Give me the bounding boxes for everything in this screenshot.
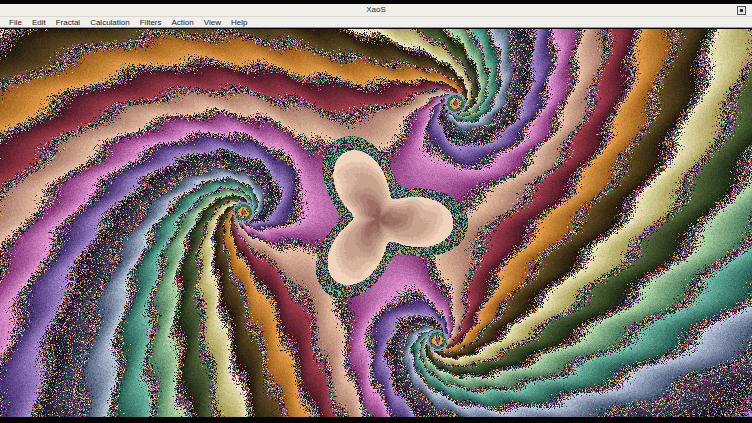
menu-fractal[interactable]: Fractal <box>51 17 85 28</box>
menu-view[interactable]: View <box>199 17 226 28</box>
menu-file[interactable]: File <box>4 17 27 28</box>
menu-action[interactable]: Action <box>167 17 199 28</box>
menu-calculation[interactable]: Calculation <box>85 17 135 28</box>
title-bar: XaoS <box>0 4 752 16</box>
screen-bottom-edge <box>0 417 752 423</box>
fractal-canvas[interactable] <box>0 29 752 417</box>
menu-filters[interactable]: Filters <box>135 17 167 28</box>
menu-help[interactable]: Help <box>226 17 252 28</box>
xaos-window: XaoS File Edit Fractal Calculation Filte… <box>0 0 752 423</box>
menu-edit[interactable]: Edit <box>27 17 51 28</box>
close-button[interactable] <box>736 5 746 15</box>
window-title: XaoS <box>366 4 386 16</box>
menu-bar: File Edit Fractal Calculation Filters Ac… <box>0 16 752 28</box>
close-icon <box>737 6 746 15</box>
